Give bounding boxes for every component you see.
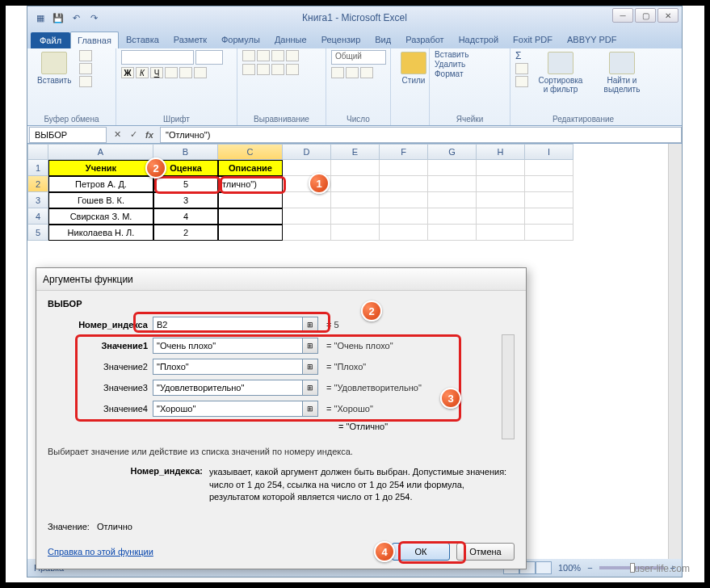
cell-a1[interactable]: Ученик: [48, 160, 153, 176]
tab-formulas[interactable]: Формулы: [214, 31, 267, 48]
cell-c1[interactable]: Описание: [218, 160, 283, 176]
col-header-d[interactable]: D: [283, 144, 331, 160]
arg-ref-icon-4[interactable]: ⊞: [302, 401, 318, 417]
cell-b4[interactable]: 4: [153, 208, 218, 225]
cell-g1[interactable]: [428, 160, 477, 176]
cell-i5[interactable]: [525, 225, 573, 241]
col-header-b[interactable]: B: [153, 144, 218, 160]
cells-format[interactable]: Формат: [435, 69, 464, 78]
align-mid-icon[interactable]: [257, 50, 270, 61]
arg-ref-icon-3[interactable]: ⊞: [302, 380, 318, 396]
tab-foxit[interactable]: Foxit PDF: [506, 31, 560, 48]
row-header-3[interactable]: 3: [27, 192, 48, 208]
cell-a2[interactable]: Петров А. Д.: [48, 176, 153, 192]
sort-filter-button[interactable]: Сортировка и фильтр: [531, 50, 590, 95]
cell-e4[interactable]: [331, 208, 380, 225]
underline-icon[interactable]: Ч: [150, 67, 163, 78]
cell-g3[interactable]: [428, 192, 477, 208]
font-name-box[interactable]: [121, 50, 194, 65]
styles-button[interactable]: Стили: [396, 50, 431, 86]
row-header-4[interactable]: 4: [27, 208, 48, 225]
cell-f3[interactable]: [380, 192, 428, 208]
cancel-button[interactable]: Отмена: [456, 543, 515, 561]
fx-icon[interactable]: fx: [142, 128, 157, 142]
cell-g4[interactable]: [428, 208, 477, 225]
fill-icon[interactable]: [515, 63, 528, 74]
maximize-button[interactable]: ▢: [635, 8, 656, 23]
percent-icon[interactable]: [346, 67, 359, 78]
cell-h5[interactable]: [477, 225, 525, 241]
cell-h4[interactable]: [477, 208, 525, 225]
cut-icon[interactable]: [79, 50, 92, 61]
tab-developer[interactable]: Разработ: [398, 31, 451, 48]
col-header-e[interactable]: E: [331, 144, 380, 160]
cell-d5[interactable]: [283, 225, 331, 241]
cell-e3[interactable]: [331, 192, 380, 208]
number-format-box[interactable]: Общий: [331, 50, 386, 65]
italic-icon[interactable]: К: [136, 67, 149, 78]
args-scrollbar[interactable]: [502, 334, 515, 439]
align-left-icon[interactable]: [242, 64, 255, 75]
row-header-2[interactable]: 2: [27, 176, 48, 192]
bold-icon[interactable]: Ж: [121, 67, 134, 78]
cell-i3[interactable]: [525, 192, 573, 208]
find-select-button[interactable]: Найти и выделить: [593, 50, 651, 95]
font-size-box[interactable]: [195, 50, 223, 65]
cell-c4[interactable]: [218, 208, 283, 225]
cell-a3[interactable]: Гошев В. К.: [48, 192, 153, 208]
cell-f4[interactable]: [380, 208, 428, 225]
cell-h3[interactable]: [477, 192, 525, 208]
cell-b2[interactable]: 5: [153, 176, 218, 192]
align-bot-icon[interactable]: [271, 50, 284, 61]
row-header-1[interactable]: 1: [27, 160, 48, 176]
tab-file[interactable]: Файл: [31, 32, 70, 48]
arg-input-0[interactable]: B2: [153, 317, 303, 333]
arg-ref-icon-2[interactable]: ⊞: [302, 359, 318, 375]
fill-color-icon[interactable]: [179, 67, 192, 78]
cell-c5[interactable]: [218, 225, 283, 241]
arg-input-2[interactable]: "Плохо": [153, 359, 303, 375]
cell-b5[interactable]: 2: [153, 225, 218, 241]
tab-home[interactable]: Главная: [70, 32, 119, 48]
cells-insert[interactable]: Вставить: [435, 50, 468, 59]
col-header-a[interactable]: A: [48, 144, 153, 160]
arg-ref-icon-0[interactable]: ⊞: [302, 317, 318, 333]
tab-layout[interactable]: Разметк: [166, 31, 214, 48]
col-header-f[interactable]: F: [380, 144, 428, 160]
col-header-c[interactable]: C: [218, 144, 283, 160]
format-painter-icon[interactable]: [79, 76, 92, 87]
help-link[interactable]: Справка по этой функции: [48, 547, 153, 556]
cell-a4[interactable]: Свирская З. М.: [48, 208, 153, 225]
cell-g5[interactable]: [428, 225, 477, 241]
cell-b3[interactable]: 3: [153, 192, 218, 208]
cell-h2[interactable]: [477, 176, 525, 192]
zoom-out-icon[interactable]: −: [587, 563, 592, 573]
undo-icon[interactable]: ↶: [69, 11, 82, 24]
tab-view[interactable]: Вид: [368, 31, 398, 48]
align-top-icon[interactable]: [242, 50, 255, 61]
arg-input-4[interactable]: "Хорошо": [153, 401, 303, 417]
cell-f2[interactable]: [380, 176, 428, 192]
paste-button[interactable]: Вставить: [32, 50, 76, 86]
close-button[interactable]: ✕: [657, 8, 678, 23]
autosum-icon[interactable]: Σ: [515, 50, 528, 61]
align-right-icon[interactable]: [271, 64, 284, 75]
cell-i4[interactable]: [525, 208, 573, 225]
orientation-icon[interactable]: [286, 50, 299, 61]
view-break-icon[interactable]: [536, 561, 552, 574]
cancel-formula-icon[interactable]: ✕: [110, 128, 124, 142]
cell-i2[interactable]: [525, 176, 573, 192]
border-icon[interactable]: [165, 67, 178, 78]
arg-ref-icon-1[interactable]: ⊞: [302, 338, 318, 354]
zoom-level[interactable]: 100%: [558, 563, 581, 573]
cell-i1[interactable]: [525, 160, 573, 176]
col-header-i[interactable]: I: [525, 144, 573, 160]
arg-input-3[interactable]: "Удовлетворительно": [153, 380, 303, 396]
redo-icon[interactable]: ↷: [87, 11, 100, 24]
comma-icon[interactable]: [360, 67, 373, 78]
cell-e5[interactable]: [331, 225, 380, 241]
cell-f5[interactable]: [380, 225, 428, 241]
tab-abbyy[interactable]: ABBYY PDF: [560, 31, 624, 48]
cell-d4[interactable]: [283, 208, 331, 225]
cell-c3[interactable]: [218, 192, 283, 208]
